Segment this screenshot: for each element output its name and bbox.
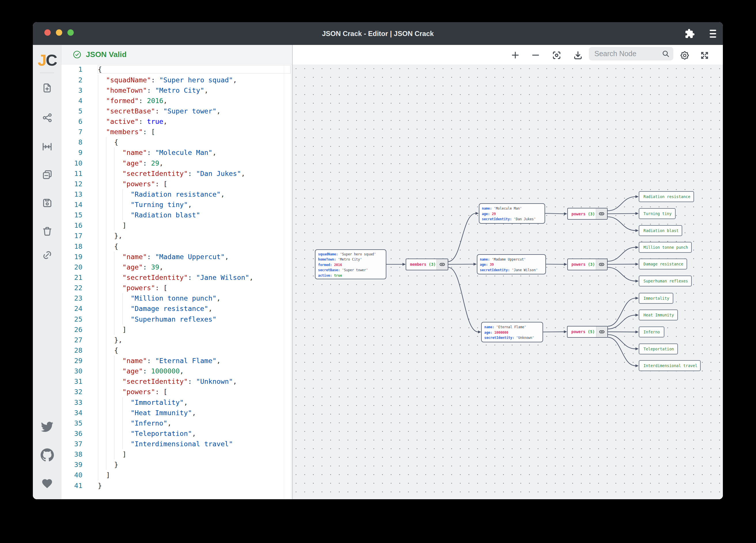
- code-line: 5 "secretBase": "Super tower",: [61, 106, 292, 116]
- code-line: 7 "members": [: [61, 127, 292, 137]
- settings-button[interactable]: [680, 50, 690, 60]
- edge-arrowhead: [564, 263, 567, 266]
- graph-node-m3[interactable]: name: "Eternal Flame"age: 1000000secretI…: [481, 322, 543, 342]
- line-number: 35: [61, 418, 82, 428]
- expand-icon: [700, 51, 709, 60]
- line-content: "Radiation resistance",: [98, 189, 225, 200]
- trash-icon: [42, 226, 53, 237]
- line-number: 30: [61, 366, 82, 376]
- titlebar: JSON Crack - Editor | JSON Crack: [33, 22, 723, 45]
- node-label-wrap: powers (3): [568, 209, 595, 219]
- graph-node-l11[interactable]: Interdimensional travel: [639, 360, 701, 371]
- leaf-text: Interdimensional travel: [644, 363, 698, 368]
- graph-node-l2[interactable]: Turning tiny: [639, 208, 676, 219]
- fullscreen-button[interactable]: [700, 51, 709, 60]
- node-row: age: 29: [482, 211, 545, 217]
- code-line: 41}: [61, 480, 292, 491]
- graph-node-p1[interactable]: powers (3): [567, 208, 608, 220]
- code-line: 9 "name": "Molecule Man",: [61, 148, 292, 158]
- line-content: ]: [98, 324, 126, 335]
- menu-icon[interactable]: [703, 29, 723, 38]
- graph-node-m1[interactable]: name: "Molecule Man"age: 29secretIdentit…: [479, 203, 545, 224]
- graph-node-l3[interactable]: Radiation blast: [639, 225, 683, 236]
- graph-node-m2[interactable]: name: "Madame Uppercut"age: 39secretIden…: [477, 254, 546, 274]
- leaf-text: Radiation resistance: [644, 194, 691, 199]
- line-content: "homeTown": "Metro City",: [98, 85, 209, 96]
- code-line: 39 }: [61, 459, 292, 470]
- line-number: 33: [61, 397, 82, 408]
- leaf-text: Radiation blast: [644, 228, 679, 233]
- github-button[interactable]: [33, 448, 61, 461]
- zoom-out-button[interactable]: [531, 51, 540, 59]
- delete-button[interactable]: [33, 226, 61, 237]
- graph-node-root[interactable]: squadName: "Super hero squad"homeTown: "…: [315, 249, 386, 279]
- sponsor-button[interactable]: [33, 478, 61, 489]
- graph-node-l7[interactable]: Immortality: [639, 293, 674, 304]
- graph-node-l10[interactable]: Teleportation: [639, 343, 678, 354]
- zoom-in-button[interactable]: [511, 51, 519, 59]
- node-child-count: (5): [585, 329, 595, 334]
- code-line: 10 "age": 29,: [61, 158, 292, 169]
- line-content: "name": "Madame Uppercut",: [98, 252, 229, 262]
- graph-node-l5[interactable]: Damage resistance: [639, 259, 687, 270]
- line-number: 16: [61, 220, 82, 231]
- edge-arrowhead: [478, 330, 481, 333]
- line-content: {: [98, 137, 118, 148]
- graph-edge: [448, 213, 476, 262]
- new-file-button[interactable]: [33, 83, 61, 93]
- graph-node-l1[interactable]: Radiation resistance: [639, 191, 694, 202]
- graph-node-p5[interactable]: powers (5): [567, 326, 608, 338]
- leaf-text: Turning tiny: [644, 211, 672, 216]
- graph-node-l8[interactable]: Heat Immunity: [639, 309, 678, 320]
- graph-node-l6[interactable]: Superhuman reflexes: [639, 275, 692, 286]
- json-valid-status: JSON Valid: [86, 50, 126, 59]
- graph-canvas[interactable]: squadName: "Super hero squad"homeTown: "…: [293, 65, 723, 499]
- download-button[interactable]: [573, 50, 583, 60]
- node-row: homeTown: "Metro City": [318, 257, 386, 262]
- node-row: name: "Molecule Man": [482, 206, 545, 211]
- line-number: 34: [61, 408, 82, 418]
- line-content: "Damage resistance",: [98, 303, 213, 314]
- save-button[interactable]: [33, 198, 61, 209]
- editor-scrollbar[interactable]: [284, 65, 284, 499]
- line-content: "Turning tiny",: [98, 200, 192, 210]
- collapse-link-icon[interactable]: [596, 326, 607, 337]
- twitter-icon: [41, 421, 53, 433]
- graph-edge: [608, 268, 636, 281]
- edge-arrowhead: [402, 263, 406, 266]
- node-label: members: [410, 262, 426, 267]
- code-editor[interactable]: 1{2 "squadName": "Super hero squad",3 "h…: [61, 65, 292, 499]
- collapse-link-icon[interactable]: [596, 209, 607, 219]
- code-line: 40 ]: [61, 470, 292, 480]
- graph-node-l9[interactable]: Inferno: [639, 326, 664, 337]
- line-content: "secretIdentity": "Dan Jukes",: [98, 169, 245, 179]
- code-line: 30 "age": 1000000,: [61, 366, 292, 376]
- code-line: 22 "powers": [: [61, 283, 292, 293]
- graph-edge: [608, 247, 636, 262]
- edge-arrowhead: [476, 212, 479, 215]
- app-logo[interactable]: JC: [33, 51, 61, 69]
- copy-button[interactable]: [33, 169, 61, 180]
- link-button[interactable]: [33, 250, 61, 261]
- edge-arrowhead: [636, 212, 639, 215]
- collapse-link-icon[interactable]: [436, 259, 448, 270]
- graph-edge: [608, 315, 636, 329]
- graph-edge: [448, 268, 479, 332]
- code-line: 18 {: [61, 241, 292, 252]
- search-node-input[interactable]: [594, 50, 658, 58]
- graph-node-members[interactable]: members (3): [406, 259, 448, 271]
- line-content: "powers": [: [98, 179, 168, 189]
- twitter-button[interactable]: [33, 421, 61, 433]
- line-content: {: [98, 345, 118, 355]
- code-line: 14 "Turning tiny",: [61, 200, 292, 210]
- line-number: 5: [61, 106, 82, 116]
- graph-node-p2[interactable]: powers (3): [567, 259, 608, 271]
- collapse-link-icon[interactable]: [596, 259, 607, 270]
- share-button[interactable]: [33, 112, 61, 123]
- focus-button[interactable]: [552, 50, 562, 60]
- center-view-button[interactable]: [33, 141, 61, 152]
- line-content: "Heat Immunity",: [98, 408, 196, 418]
- graph-node-l4[interactable]: Million tonne punch: [639, 242, 692, 253]
- line-number: 2: [61, 75, 82, 85]
- extension-puzzle-icon[interactable]: [677, 29, 703, 39]
